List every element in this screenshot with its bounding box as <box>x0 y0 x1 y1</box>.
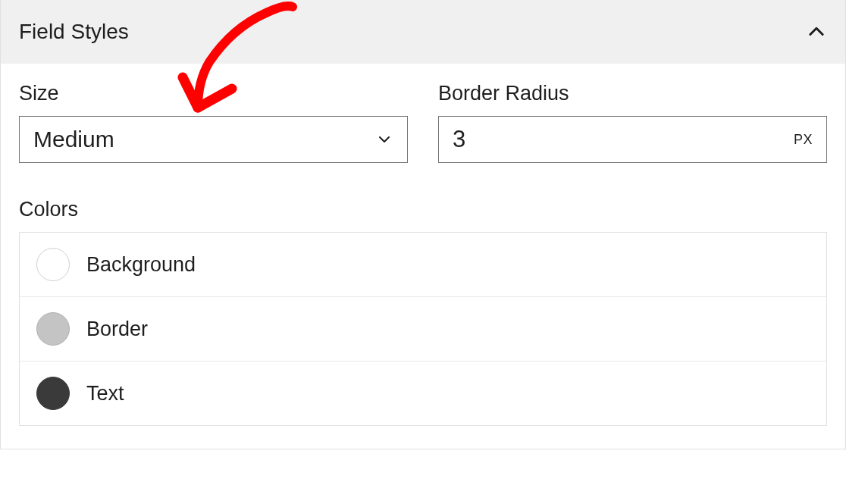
swatch-text <box>36 377 70 410</box>
border-radius-unit: PX <box>794 132 813 148</box>
border-radius-label: Border Radius <box>438 82 827 105</box>
border-radius-input-wrap[interactable]: PX <box>438 116 827 163</box>
color-row-border[interactable]: Border <box>20 297 826 362</box>
size-field: Size Medium <box>19 82 408 163</box>
colors-section: Colors Background Border Text <box>19 198 827 426</box>
border-radius-field: Border Radius PX <box>438 82 827 163</box>
swatch-border <box>36 312 70 346</box>
size-label: Size <box>19 82 408 105</box>
border-radius-input[interactable] <box>453 126 794 153</box>
color-label-background: Background <box>86 253 196 277</box>
chevron-down-icon <box>375 130 393 149</box>
size-value: Medium <box>33 127 375 152</box>
color-row-text[interactable]: Text <box>20 362 826 425</box>
field-row: Size Medium Border Radius PX <box>19 82 827 163</box>
colors-label: Colors <box>19 198 827 221</box>
colors-list: Background Border Text <box>19 232 827 426</box>
swatch-background <box>36 248 70 281</box>
panel-header[interactable]: Field Styles <box>1 0 845 64</box>
chevron-up-icon <box>806 21 827 42</box>
panel-body: Size Medium Border Radius PX <box>1 64 845 449</box>
color-row-background[interactable]: Background <box>20 233 826 297</box>
size-select[interactable]: Medium <box>19 116 408 163</box>
color-label-border: Border <box>86 318 148 341</box>
panel-title: Field Styles <box>19 20 129 44</box>
field-styles-panel: Field Styles Size Medium <box>0 0 846 449</box>
color-label-text: Text <box>86 382 124 405</box>
